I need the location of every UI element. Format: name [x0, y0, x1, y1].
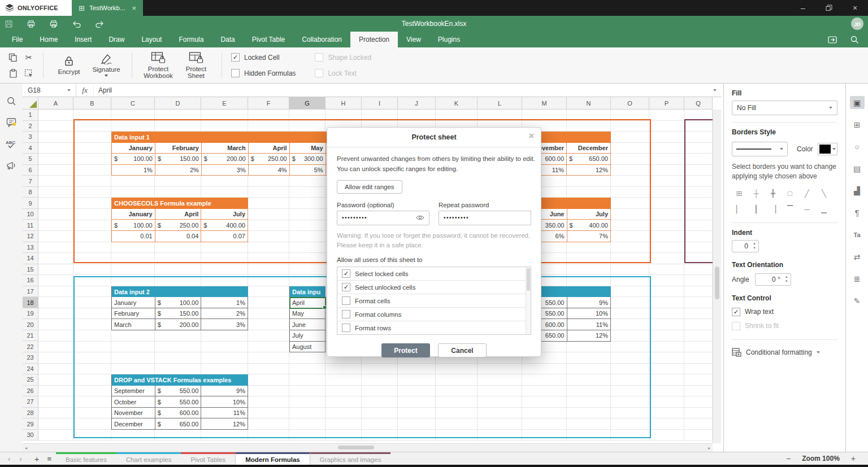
menu-tab-collaboration[interactable]: Collaboration — [293, 32, 350, 47]
allow-edit-ranges-button[interactable]: Allow edit ranges — [337, 180, 402, 194]
sheet-cell[interactable]: $100.00 — [155, 297, 202, 308]
checkbox-icon[interactable] — [342, 310, 350, 318]
border-line-style-select[interactable] — [732, 142, 788, 156]
insert-function-button[interactable]: fx — [76, 86, 94, 95]
checkbox-hidden-formulas[interactable]: Hidden Formulas — [231, 69, 296, 77]
checkbox-locked-cell[interactable]: ✓Locked Cell — [231, 53, 296, 62]
textart-settings-icon[interactable]: Ta — [850, 228, 865, 241]
copy-icon[interactable] — [6, 50, 20, 65]
row-header-26[interactable]: 26 — [23, 386, 38, 397]
sheet-cell[interactable]: 10% — [567, 308, 611, 320]
sheet-cell[interactable]: 5% — [290, 165, 326, 176]
row-header-23[interactable]: 23 — [23, 352, 38, 364]
menu-tab-home[interactable]: Home — [31, 32, 66, 47]
vertical-scroll-thumb[interactable] — [715, 267, 719, 299]
permissions-list[interactable]: ✓Select locked cells✓Select unlocked cel… — [337, 267, 531, 335]
sheet-cell[interactable]: $150.00 — [155, 154, 202, 165]
row-header-17[interactable]: 17 — [23, 286, 38, 298]
sheet-cell[interactable]: 10% — [201, 396, 248, 408]
right-border-button[interactable]: ▕ — [766, 203, 780, 216]
menu-tab-formula[interactable]: Formula — [170, 32, 212, 47]
row-header-7[interactable]: 7 — [23, 176, 38, 187]
expand-formula-bar-icon[interactable] — [713, 89, 717, 91]
menu-tab-pivot-table[interactable]: Pivot Table — [244, 32, 293, 47]
search-icon[interactable] — [850, 35, 859, 44]
sheet-cell[interactable]: December — [112, 418, 155, 430]
row-header-22[interactable]: 22 — [23, 341, 38, 352]
column-header-J[interactable]: J — [398, 97, 436, 110]
menu-tab-plugins[interactable]: Plugins — [429, 32, 468, 47]
permission-option-format-cells[interactable]: Format cells — [337, 294, 531, 308]
sheet-cell[interactable]: 0.04 — [155, 231, 202, 242]
sheet-cell[interactable]: $550.00 — [155, 396, 202, 408]
row-header-4[interactable]: 4 — [23, 143, 38, 154]
user-avatar[interactable]: JD — [851, 18, 863, 30]
sheet-table-data-input-3[interactable]: Data inpuAprilMayJuneJulyAugust — [289, 286, 326, 352]
column-header-Q[interactable]: Q — [684, 97, 713, 110]
select-all-icon[interactable] — [21, 66, 36, 81]
row-header-19[interactable]: 19 — [23, 308, 38, 320]
sheet-cell[interactable]: $550.00 — [155, 386, 202, 397]
sheet-table-choosecols[interactable]: CHOOSECOLS Formula exampleJanuaryAprilJu… — [111, 198, 248, 242]
sheet-cell[interactable]: December — [567, 143, 611, 154]
column-header-M[interactable]: M — [522, 97, 567, 110]
paste-icon[interactable] — [6, 66, 20, 81]
sheet-cell[interactable]: 3% — [201, 319, 248, 330]
zoom-out-icon[interactable]: − — [786, 454, 791, 463]
outer-borders-button[interactable]: □ — [783, 187, 797, 200]
column-header-K[interactable]: K — [436, 97, 478, 110]
zoom-in-icon[interactable]: + — [851, 454, 856, 463]
formula-input[interactable]: April — [94, 86, 713, 94]
sheet-cell[interactable]: 11% — [201, 408, 248, 419]
column-header-F[interactable]: F — [248, 97, 289, 110]
sheet-cell[interactable]: $200.00 — [155, 319, 202, 330]
comments-icon[interactable] — [6, 117, 17, 128]
slicer-settings-icon[interactable]: ⇄ — [850, 250, 865, 263]
cell-settings-icon[interactable]: ▣ — [850, 96, 865, 109]
search-icon[interactable] — [6, 96, 16, 106]
row-header-13[interactable]: 13 — [23, 242, 38, 254]
shape-settings-icon[interactable]: ○ — [850, 140, 865, 153]
sheet-cell[interactable]: 12% — [201, 418, 248, 430]
sheet-cell[interactable]: March — [202, 143, 249, 154]
signature-settings-icon[interactable]: ✎ — [850, 294, 865, 307]
sheet-cell[interactable]: $400.00 — [201, 220, 248, 231]
row-header-27[interactable]: 27 — [23, 396, 38, 408]
minimize-button[interactable]: – — [790, 0, 816, 16]
sheet-cell[interactable]: September — [112, 386, 155, 397]
stepper-arrows-icon[interactable]: ▲▼ — [750, 242, 758, 251]
sheet-cell[interactable]: $100.00 — [112, 220, 155, 231]
row-header-11[interactable]: 11 — [23, 220, 38, 231]
password-field[interactable]: ••••••••• — [337, 211, 429, 225]
row-header-5[interactable]: 5 — [23, 154, 38, 165]
sheet-cell[interactable]: $650.00 — [567, 154, 611, 165]
scroll-left-icon[interactable]: ◂ — [25, 446, 27, 451]
sheet-cell[interactable]: $400.00 — [567, 220, 611, 231]
column-header-D[interactable]: D — [155, 97, 201, 110]
close-button[interactable]: × — [842, 0, 868, 16]
fill-handle[interactable] — [323, 305, 327, 309]
document-tab[interactable]: ⊞ TestWorkb... × — [72, 0, 143, 16]
menu-tab-data[interactable]: Data — [212, 32, 243, 47]
dialog-header[interactable]: Protect sheet × — [327, 128, 541, 147]
sheet-cell[interactable]: 1% — [112, 165, 155, 176]
row-header-6[interactable]: 6 — [23, 165, 38, 176]
sheet-cell[interactable]: January — [112, 143, 155, 154]
row-header-2[interactable]: 2 — [23, 121, 38, 132]
cut-icon[interactable]: ✂ — [21, 50, 36, 65]
sheet-cell[interactable]: April — [155, 209, 202, 220]
sheet-cell[interactable]: 4% — [249, 165, 290, 176]
chart-settings-icon[interactable]: ▟ — [850, 184, 865, 197]
add-sheet-icon[interactable]: + — [34, 454, 40, 464]
paragraph-settings-icon[interactable]: ¶ — [850, 206, 865, 219]
table-settings-icon[interactable]: ⊞ — [850, 118, 865, 131]
sheet-cell[interactable]: June — [290, 319, 326, 330]
sheet-cell[interactable]: March — [112, 319, 155, 330]
column-header-P[interactable]: P — [649, 97, 684, 110]
sheet-cell[interactable]: $250.00 — [249, 154, 290, 165]
permission-option-format-columns[interactable]: Format columns — [337, 308, 531, 321]
row-header-8[interactable]: 8 — [23, 187, 38, 198]
sheet-cell[interactable]: 2% — [201, 308, 248, 320]
menu-tab-draw[interactable]: Draw — [100, 32, 133, 47]
sheet-cell[interactable]: May — [290, 143, 326, 154]
